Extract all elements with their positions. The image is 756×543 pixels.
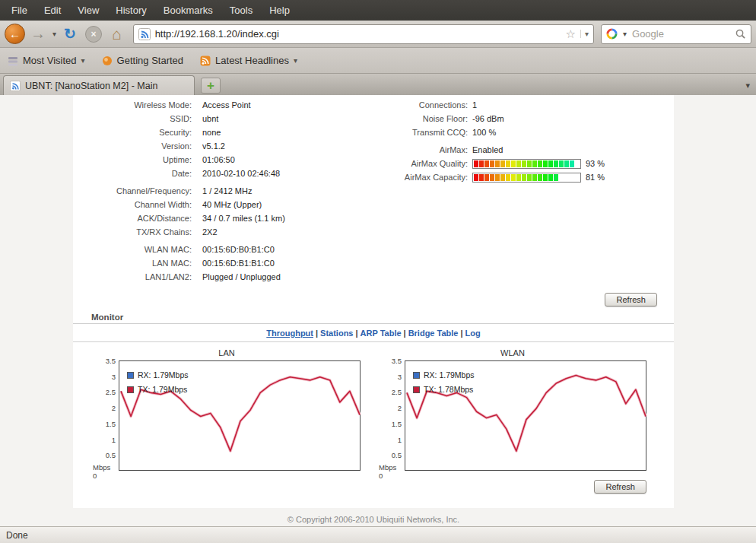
forward-button[interactable]: → <box>27 25 49 43</box>
search-magnifier-icon[interactable] <box>735 28 746 40</box>
y-tick-label: 2 <box>112 404 116 412</box>
airmax-bar-segment <box>543 160 548 167</box>
y-tick-label: 2.5 <box>392 388 402 396</box>
bookmark-label: Most Visited <box>23 55 77 66</box>
back-button[interactable]: ← <box>5 24 25 44</box>
bookmark-star-icon[interactable]: ☆ <box>566 27 576 41</box>
airmax-bar-segment <box>495 174 500 181</box>
monitor-section-title: Monitor <box>91 313 674 322</box>
airmax-bar-segment <box>575 174 580 181</box>
tab-ubnt-main[interactable]: UBNT: [NanoStation M2] - Main <box>3 75 195 95</box>
status-row: Date:2010-02-10 02:46:48 <box>73 167 354 180</box>
new-tab-button[interactable]: + <box>201 78 221 94</box>
history-dropdown-icon[interactable]: ▾ <box>51 30 58 38</box>
airmax-bar-segment <box>474 174 478 181</box>
menu-view[interactable]: View <box>69 1 107 20</box>
reload-button[interactable]: ↻ <box>60 25 80 43</box>
legend-label: TX: 1.79Mbps <box>138 385 187 394</box>
wlan-throughput-chart: WLAN3.532.521.510.5Mbps 0RX: 1.79MbpsTX:… <box>379 348 646 471</box>
field-value: Plugged / Unplugged <box>202 270 281 284</box>
y-axis-unit-label: Mbps 0 <box>379 463 402 480</box>
monitor-links: Throughput|Stations|ARP Table|Bridge Tab… <box>73 324 674 341</box>
airmax-bar-segment <box>548 174 553 181</box>
link-separator: | <box>313 329 320 338</box>
search-input[interactable]: Google <box>632 28 731 40</box>
monitor-refresh-row: Refresh <box>73 480 674 494</box>
status-row: LAN MAC:00:15:6D:B1:B1:C0 <box>73 256 354 270</box>
field-value: 40 MHz (Upper) <box>202 198 262 211</box>
status-row: Noise Floor:-96 dBm <box>354 112 674 125</box>
airmax-quality-row: AirMax Quality: 93 % <box>354 157 674 170</box>
menu-tools[interactable]: Tools <box>221 1 261 20</box>
status-row: Security:none <box>73 125 354 139</box>
home-button[interactable]: ⌂ <box>107 25 126 43</box>
link-arp-table[interactable]: ARP Table <box>361 329 402 338</box>
menu-edit[interactable]: Edit <box>36 1 69 20</box>
status-refresh-button[interactable]: Refresh <box>605 293 657 306</box>
throughput-charts: LAN3.532.521.510.5Mbps 0RX: 1.79MbpsTX: … <box>73 348 674 471</box>
y-tick-label: 1 <box>112 436 116 444</box>
status-row: Wireless Mode:Access Point <box>73 98 354 112</box>
airmax-quality-bar <box>472 159 581 169</box>
status-refresh-row: Refresh <box>73 293 674 306</box>
airmax-quality-percent: 93 % <box>586 157 605 170</box>
back-arrow-icon: ← <box>9 27 21 40</box>
field-label: AirMax: <box>354 143 472 157</box>
airmax-bar-segment <box>564 160 569 167</box>
link-stations[interactable]: Stations <box>320 329 353 338</box>
field-label: Transmit CCQ: <box>354 125 472 139</box>
google-icon <box>606 28 618 40</box>
tab-bar: UBNT: [NanoStation M2] - Main + ▾ <box>0 74 756 95</box>
airmax-bar-segment <box>559 160 564 167</box>
field-value: none <box>202 125 221 139</box>
browser-status-bar: Done <box>0 526 756 543</box>
status-row: Connections:1 <box>354 98 674 112</box>
url-bar[interactable]: http://192.168.1.20/index.cgi ☆ ▾ <box>133 24 594 44</box>
chart-y-axis: 3.532.521.510.5Mbps 0 <box>379 360 405 471</box>
field-value: 34 / 0.7 miles (1.1 km) <box>202 211 285 225</box>
field-value: Enabled <box>472 143 503 157</box>
airmax-bar-segment <box>538 174 542 181</box>
status-column-right: Connections:1 Noise Floor:-96 dBm Transm… <box>354 98 674 284</box>
divider <box>73 341 674 342</box>
airmax-bar-segment <box>484 160 489 167</box>
search-box[interactable]: ▾ Google <box>601 24 751 44</box>
airmax-bar-segment <box>522 174 526 181</box>
airmax-bar-segment <box>570 174 574 181</box>
monitor-refresh-button[interactable]: Refresh <box>594 480 646 494</box>
menu-history[interactable]: History <box>107 1 154 20</box>
airmax-bar-segment <box>490 174 494 181</box>
menu-bookmarks[interactable]: Bookmarks <box>155 1 221 20</box>
status-row: SSID:ubnt <box>73 112 354 125</box>
url-dropdown-icon[interactable]: ▾ <box>580 30 589 38</box>
bookmark-getting-started[interactable]: Getting Started <box>102 55 183 66</box>
field-label: Wireless Mode: <box>73 98 202 112</box>
field-label: SSID: <box>73 112 202 125</box>
bookmark-most-visited[interactable]: Most Visited ▾ <box>8 55 85 66</box>
field-label: Version: <box>73 139 202 153</box>
url-text[interactable]: http://192.168.1.20/index.cgi <box>155 28 561 40</box>
tab-list-dropdown-icon[interactable]: ▾ <box>745 81 750 90</box>
menu-help[interactable]: Help <box>261 1 298 20</box>
legend-swatch <box>127 372 134 379</box>
y-tick-label: 0.5 <box>106 451 116 459</box>
airmax-bar-segment <box>548 160 553 167</box>
legend-swatch <box>127 386 134 393</box>
link-log[interactable]: Log <box>465 329 481 338</box>
menu-file[interactable]: File <box>3 1 36 20</box>
y-tick-label: 0.5 <box>392 451 402 459</box>
status-area: Wireless Mode:Access Point SSID:ubnt Sec… <box>73 98 674 284</box>
status-row: ACK/Distance:34 / 0.7 miles (1.1 km) <box>73 211 354 225</box>
most-visited-icon <box>8 56 18 66</box>
airmax-capacity-row: AirMax Capacity: 81 % <box>354 170 674 184</box>
search-engine-dropdown-icon[interactable]: ▾ <box>621 30 628 38</box>
copyright-footer: © Copyright 2006-2010 Ubiquiti Networks,… <box>73 515 674 524</box>
bookmark-latest-headlines[interactable]: Latest Headlines ▾ <box>200 55 297 66</box>
legend-entry: RX: 1.79Mbps <box>413 370 475 379</box>
chevron-down-icon: ▾ <box>81 56 85 65</box>
link-bridge-table[interactable]: Bridge Table <box>408 329 459 338</box>
link-throughput[interactable]: Throughput <box>266 329 313 338</box>
airmax-bar-segment <box>554 174 558 181</box>
field-value: 1 / 2412 MHz <box>202 184 252 198</box>
stop-button[interactable]: × <box>85 26 102 43</box>
